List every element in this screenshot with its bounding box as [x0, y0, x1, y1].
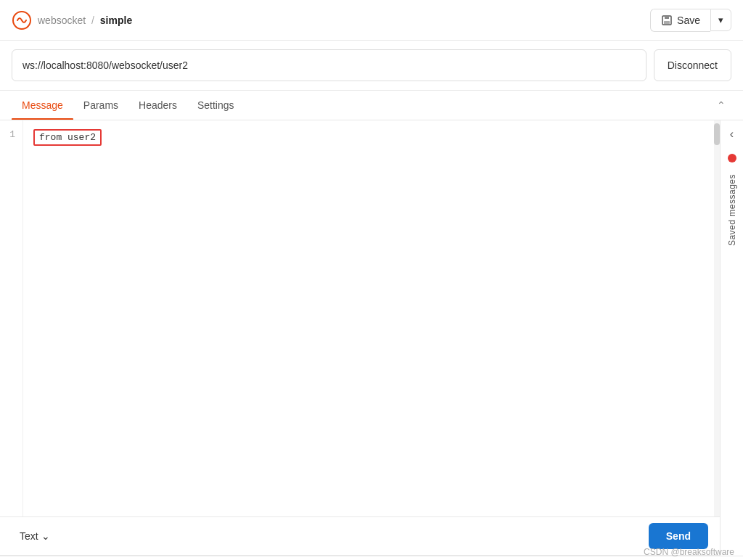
- editor-content: 1 from user2: [0, 120, 720, 517]
- tab-headers[interactable]: Headers: [128, 91, 187, 120]
- code-highlighted: from user2: [33, 129, 102, 146]
- footer-text: CSDN @breaksoftware: [644, 547, 734, 557]
- disconnect-button[interactable]: Disconnect: [654, 49, 731, 81]
- tabs-bar: Message Params Headers Settings ⌃: [0, 91, 743, 120]
- right-sidebar: ‹ Saved messages: [720, 120, 743, 556]
- tab-settings[interactable]: Settings: [187, 91, 245, 120]
- editor-pane: 1 from user2 Text ⌄ Send: [0, 120, 720, 556]
- text-type-label: Text: [20, 530, 38, 542]
- sidebar-collapse-button[interactable]: ‹: [724, 120, 739, 148]
- url-input[interactable]: [12, 49, 646, 81]
- text-type-dropdown[interactable]: Text ⌄: [12, 525, 58, 547]
- line-number-1: 1: [7, 129, 15, 140]
- line-numbers: 1: [0, 120, 23, 516]
- breadcrumb: websocket / simple: [38, 15, 132, 26]
- editor-scrollbar-thumb: [714, 123, 720, 145]
- editor-toolbar: Text ⌄ Send: [0, 517, 720, 555]
- header: websocket / simple Save ▾: [0, 0, 743, 41]
- sidebar-indicator-dot: [728, 154, 736, 162]
- editor-scrollbar[interactable]: [714, 120, 720, 516]
- tabs-collapse-button[interactable]: ⌃: [711, 94, 731, 117]
- code-area[interactable]: from user2: [23, 120, 714, 516]
- save-label: Save: [677, 15, 700, 26]
- svg-rect-2: [665, 16, 669, 19]
- response-header: Response Connected eg Save Response ⌄: [0, 556, 743, 560]
- text-dropdown-chevron-icon: ⌄: [41, 530, 50, 542]
- breadcrumb-sep: /: [91, 15, 94, 26]
- url-bar: Disconnect: [0, 41, 743, 91]
- response-section: Response Connected eg Save Response ⌄ Al…: [0, 556, 743, 560]
- svg-rect-3: [664, 21, 670, 24]
- chevron-down-icon: ▾: [718, 15, 723, 25]
- disconnect-label: Disconnect: [668, 59, 718, 71]
- breadcrumb-current: simple: [100, 15, 132, 26]
- tab-params[interactable]: Params: [73, 91, 128, 120]
- save-dropdown-button[interactable]: ▾: [710, 9, 731, 31]
- app-logo-icon: [12, 10, 32, 30]
- main-area: 1 from user2 Text ⌄ Send ‹ Saved message…: [0, 120, 743, 556]
- save-icon: [661, 15, 673, 26]
- header-left: websocket / simple: [12, 10, 132, 30]
- saved-messages-label: Saved messages: [727, 174, 737, 246]
- footer: CSDN @breaksoftware: [644, 547, 734, 557]
- breadcrumb-parent: websocket: [38, 15, 86, 26]
- tab-message[interactable]: Message: [12, 91, 73, 120]
- send-button[interactable]: Send: [649, 523, 708, 549]
- header-right: Save ▾: [650, 9, 731, 32]
- save-button[interactable]: Save: [650, 9, 710, 32]
